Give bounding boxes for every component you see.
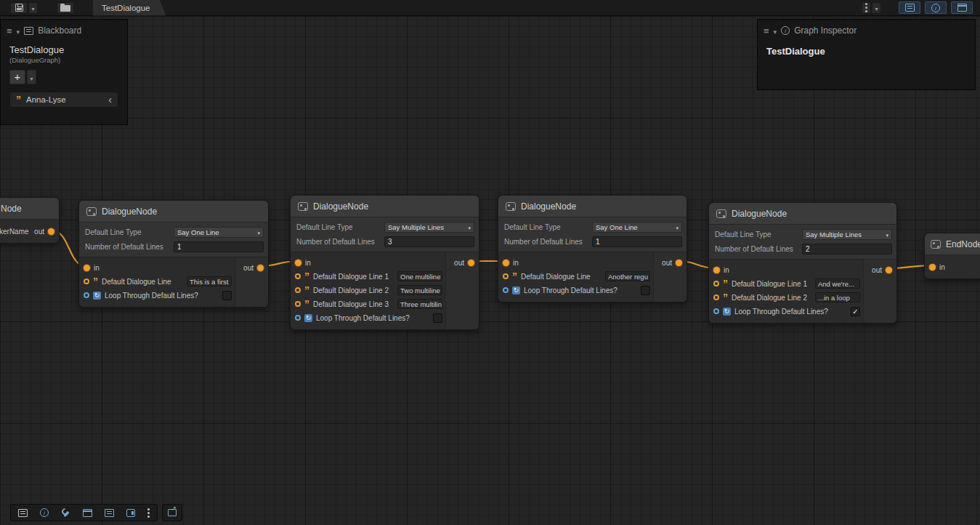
- dialogue-line-port[interactable]: [503, 273, 509, 279]
- minimap-toggle[interactable]: [951, 1, 973, 14]
- node-ports: in Default Dialogue Line 1 And we're... …: [709, 260, 896, 323]
- inspector-toggle[interactable]: [925, 1, 947, 14]
- in-port[interactable]: [503, 260, 509, 266]
- inspector-graph-name: TestDialogue: [758, 40, 975, 63]
- dialogue-line-field[interactable]: Two multiline: [397, 285, 442, 295]
- loop-port[interactable]: [84, 292, 89, 298]
- board-button[interactable]: [105, 509, 114, 517]
- chevron-down-icon[interactable]: [774, 24, 777, 37]
- dialogue-line-port[interactable]: [295, 301, 301, 307]
- num-lines-field[interactable]: 2: [802, 244, 892, 255]
- input-ports: in Default Dialogue Line 1 And we're... …: [709, 260, 863, 323]
- dialogue-node-1[interactable]: DialogueNode Default Line Type Say One L…: [78, 200, 269, 308]
- in-port[interactable]: [295, 260, 301, 266]
- line-type-dropdown[interactable]: Say One Line: [174, 227, 264, 238]
- external-open-icon: [168, 509, 177, 516]
- chevron-down-icon: [30, 72, 33, 83]
- save-button[interactable]: [10, 2, 28, 14]
- dialogue-line-port[interactable]: [295, 273, 301, 279]
- inspector-button[interactable]: [40, 508, 49, 517]
- tools-button[interactable]: [61, 508, 70, 517]
- line-type-dropdown[interactable]: Say Multiple Lines: [802, 229, 892, 240]
- dialogue-line-port[interactable]: [713, 294, 719, 300]
- node-title-bar[interactable]: DialogueNode: [79, 201, 268, 223]
- dialogue-line-field[interactable]: Three multilin: [397, 299, 442, 309]
- dialogue-card-icon: [126, 509, 135, 517]
- blackboard-add-row: +: [1, 64, 127, 84]
- end-node[interactable]: EndNode in: [924, 233, 980, 279]
- port-label: kerName: [0, 228, 29, 236]
- dialogue-line-field[interactable]: Another regu: [605, 271, 650, 281]
- out-port[interactable]: [257, 265, 264, 271]
- node-title: DialogueNode: [732, 209, 787, 219]
- node-icon: [86, 207, 97, 216]
- dialogue-line-port[interactable]: [84, 278, 89, 284]
- open-external-button[interactable]: [162, 504, 182, 521]
- dialogue-line-port[interactable]: [713, 281, 719, 286]
- save-options-button[interactable]: [28, 2, 38, 14]
- num-lines-field[interactable]: 1: [174, 241, 264, 252]
- loop-checkbox[interactable]: [641, 286, 650, 295]
- loop-checkbox[interactable]: ✓: [851, 307, 860, 316]
- blackboard-toggle[interactable]: [899, 1, 920, 14]
- blackboard-list-button[interactable]: [18, 509, 28, 517]
- node-properties: Default Line Type Say One Line Number of…: [498, 217, 687, 252]
- loop-checkbox[interactable]: [433, 313, 442, 323]
- line-type-dropdown[interactable]: Say Multiple Lines: [384, 222, 474, 233]
- property-row: Number of Default Lines 1: [84, 241, 264, 253]
- add-property-dropdown[interactable]: [27, 70, 36, 84]
- dropdown-value: Say Multiple Lines: [806, 231, 862, 239]
- more-options-dropdown[interactable]: [872, 2, 881, 14]
- loop-label: Loop Through Default Lines?: [524, 286, 617, 294]
- loop-port[interactable]: [295, 315, 301, 321]
- in-port[interactable]: [929, 264, 936, 270]
- inspector-header[interactable]: Graph Inspector: [758, 20, 975, 40]
- dialogue-line-field[interactable]: And we're...: [815, 278, 860, 289]
- window-button[interactable]: [83, 509, 92, 517]
- out-port[interactable]: [468, 260, 474, 266]
- loop-checkbox[interactable]: [222, 291, 232, 300]
- add-property-button[interactable]: +: [9, 70, 25, 84]
- blackboard-field-anna-lyse[interactable]: Anna-Lyse: [9, 92, 118, 108]
- loop-port[interactable]: [503, 287, 509, 293]
- in-port[interactable]: [713, 267, 720, 273]
- open-folder-button[interactable]: [57, 2, 74, 14]
- chevron-down-icon[interactable]: [17, 24, 20, 37]
- property-label: Default Line Type: [503, 223, 561, 231]
- out-port[interactable]: [676, 260, 682, 266]
- dialogue-line-field[interactable]: ...in a loop: [815, 292, 860, 302]
- info-icon: [40, 508, 49, 517]
- output-ports: out: [235, 257, 268, 307]
- dialogue-node-3[interactable]: DialogueNode Default Line Type Say One L…: [498, 195, 687, 302]
- dialogue-line-port[interactable]: [295, 287, 301, 293]
- dialogue-line-label: Default Dialogue Line 1: [313, 273, 389, 281]
- graph-canvas[interactable]: Node kerName out DialogueNode Default Li…: [0, 16, 980, 525]
- out-port[interactable]: [886, 267, 892, 273]
- dialogue-line-field[interactable]: This is a first: [187, 276, 232, 286]
- line-type-dropdown[interactable]: Say One Line: [592, 222, 682, 233]
- node-title-bar[interactable]: Node: [0, 198, 59, 220]
- chevron-left-icon[interactable]: [108, 93, 112, 106]
- node-title-bar[interactable]: DialogueNode: [498, 196, 687, 217]
- in-port[interactable]: [84, 265, 90, 271]
- tab-testdialogue[interactable]: TestDialogue: [93, 0, 166, 16]
- blackboard-title: Blackboard: [38, 25, 81, 36]
- blackboard-header[interactable]: Blackboard: [1, 20, 127, 40]
- num-lines-field[interactable]: 3: [384, 236, 474, 247]
- speaker-node-partial[interactable]: Node kerName out: [0, 197, 60, 244]
- dialogue-line-field[interactable]: One multiline: [397, 271, 442, 281]
- node-title-bar[interactable]: DialogueNode: [291, 196, 479, 217]
- num-lines-field[interactable]: 1: [592, 236, 682, 247]
- blackboard-graph-type: (DialogueGraph): [1, 55, 127, 64]
- loop-port[interactable]: [713, 308, 719, 314]
- dialogue-node-2[interactable]: DialogueNode Default Line Type Say Multi…: [290, 195, 479, 330]
- more-options-button[interactable]: [862, 2, 871, 14]
- dialogue-node-4[interactable]: DialogueNode Default Line Type Say Multi…: [708, 202, 897, 324]
- property-label: Number of Default Lines: [503, 238, 583, 246]
- out-port[interactable]: [48, 228, 54, 235]
- node-title-bar[interactable]: EndNode: [925, 233, 980, 255]
- more-button[interactable]: [147, 512, 150, 514]
- dialogue-button[interactable]: [126, 509, 135, 517]
- top-toolbar: TestDialogue: [0, 0, 980, 16]
- node-title-bar[interactable]: DialogueNode: [709, 203, 896, 225]
